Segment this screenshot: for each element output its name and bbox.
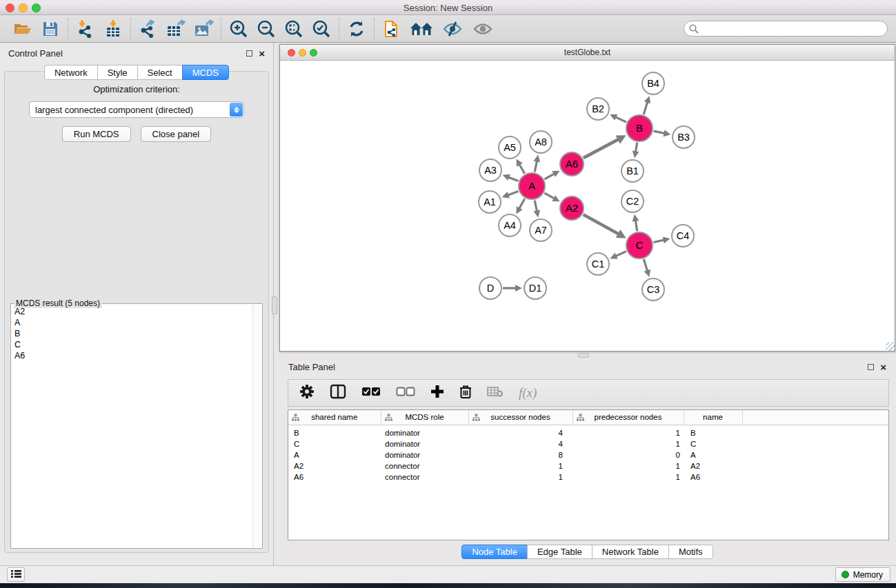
graph-node-B4[interactable]: B4 bbox=[642, 72, 664, 94]
table-row[interactable]: A2connector11A2 bbox=[288, 460, 888, 472]
show-panels-button[interactable] bbox=[7, 567, 25, 582]
table-cell[interactable]: 8 bbox=[468, 449, 573, 460]
graph-node-A5[interactable]: A5 bbox=[499, 136, 521, 159]
save-session-button[interactable] bbox=[40, 19, 61, 39]
search-input[interactable] bbox=[684, 21, 888, 37]
column-header-predecessor-nodes[interactable]: predecessor nodes bbox=[573, 410, 684, 425]
table-cell[interactable]: C bbox=[684, 438, 742, 449]
table-cell[interactable]: connector bbox=[381, 460, 468, 472]
criterion-dropdown[interactable]: largest connected component (directed) bbox=[29, 101, 244, 118]
graph-node-D[interactable]: D bbox=[479, 277, 501, 299]
table-cell[interactable]: C bbox=[288, 438, 381, 449]
tab-motifs[interactable]: Motifs bbox=[668, 545, 713, 559]
table-cell[interactable]: 4 bbox=[468, 438, 573, 449]
graph-node-C[interactable]: C bbox=[626, 232, 653, 258]
table-cell[interactable]: A bbox=[288, 449, 381, 460]
export-network-button[interactable] bbox=[138, 19, 159, 39]
table-settings-button[interactable] bbox=[299, 384, 315, 402]
float-panel-icon[interactable] bbox=[246, 50, 252, 57]
close-table-panel-icon[interactable]: × bbox=[880, 364, 886, 370]
result-list-item[interactable]: C bbox=[13, 339, 252, 350]
table-cell[interactable]: dominator bbox=[381, 438, 468, 449]
close-panel-button[interactable]: Close panel bbox=[141, 126, 212, 142]
graph-node-D1[interactable]: D1 bbox=[524, 277, 546, 299]
table-cell[interactable]: 1 bbox=[468, 472, 573, 483]
new-network-from-selection-button[interactable] bbox=[381, 19, 402, 39]
tab-network[interactable]: Network bbox=[44, 65, 98, 80]
result-list-item[interactable]: B bbox=[13, 328, 252, 339]
table-cell[interactable]: B bbox=[684, 425, 742, 438]
table-cell[interactable]: 4 bbox=[468, 425, 573, 438]
table-cell[interactable]: A6 bbox=[684, 472, 742, 483]
table-cell[interactable]: dominator bbox=[381, 425, 468, 438]
graph-node-B[interactable]: B bbox=[626, 115, 653, 141]
table-cell[interactable]: 0 bbox=[573, 449, 684, 460]
result-list-item[interactable]: A2 bbox=[13, 306, 252, 317]
network-window-titlebar[interactable]: testGlobe.txt bbox=[280, 45, 895, 61]
tab-network-table[interactable]: Network Table bbox=[592, 545, 669, 559]
column-header-shared-name[interactable]: shared name bbox=[288, 410, 381, 425]
hide-selected-button[interactable] bbox=[441, 19, 464, 39]
add-column-button[interactable] bbox=[430, 385, 444, 401]
result-list-item[interactable]: A6 bbox=[13, 350, 252, 361]
table-cell[interactable]: A2 bbox=[288, 460, 381, 472]
graph-node-B1[interactable]: B1 bbox=[621, 160, 644, 182]
window-resize-grip[interactable] bbox=[886, 342, 895, 351]
table-cell[interactable]: connector bbox=[381, 472, 468, 483]
select-all-columns-button[interactable] bbox=[361, 387, 381, 399]
home-button[interactable] bbox=[409, 19, 434, 39]
zoom-fit-button[interactable] bbox=[283, 19, 304, 39]
delete-table-button[interactable] bbox=[487, 386, 504, 400]
graph-node-C2[interactable]: C2 bbox=[621, 190, 644, 212]
table-cell[interactable]: A6 bbox=[288, 472, 381, 483]
import-table-button[interactable] bbox=[103, 19, 123, 39]
zoom-in-button[interactable] bbox=[228, 19, 249, 39]
split-view-button[interactable] bbox=[330, 384, 346, 402]
graph-node-C4[interactable]: C4 bbox=[672, 225, 694, 247]
graph-node-A[interactable]: A bbox=[519, 173, 545, 199]
table-row[interactable]: Adominator80A bbox=[288, 449, 888, 460]
float-table-panel-icon[interactable] bbox=[868, 364, 874, 370]
graph-node-A2[interactable]: A2 bbox=[560, 196, 584, 220]
network-zoom-button[interactable] bbox=[310, 49, 317, 57]
result-list-item[interactable]: A bbox=[13, 317, 252, 328]
graph-node-C3[interactable]: C3 bbox=[642, 278, 664, 301]
export-image-button[interactable] bbox=[193, 19, 214, 39]
column-header-mcds-role[interactable]: MCDS role bbox=[381, 410, 468, 425]
close-panel-icon[interactable]: × bbox=[259, 50, 265, 57]
table-row[interactable]: Bdominator41B bbox=[288, 425, 888, 438]
memory-button[interactable]: Memory bbox=[835, 567, 890, 582]
zoom-selected-button[interactable] bbox=[311, 19, 332, 39]
graph-node-A7[interactable]: A7 bbox=[530, 219, 552, 241]
network-canvas[interactable]: B4B2BB3A8A5A6A3B1AA1C2A2A4A7C4CC1C3DD1 bbox=[280, 61, 895, 351]
vertical-splitter-handle[interactable] bbox=[272, 296, 277, 314]
graph-node-B3[interactable]: B3 bbox=[673, 126, 695, 148]
network-close-button[interactable] bbox=[288, 49, 295, 57]
graph-node-A8[interactable]: A8 bbox=[530, 131, 552, 153]
table-cell[interactable]: A2 bbox=[684, 460, 742, 472]
table-cell[interactable]: 1 bbox=[468, 460, 573, 472]
import-network-button[interactable] bbox=[75, 19, 96, 39]
delete-column-button[interactable] bbox=[459, 385, 472, 402]
deselect-all-columns-button[interactable] bbox=[396, 387, 415, 399]
table-row[interactable]: A6connector11A6 bbox=[288, 472, 888, 483]
table-row[interactable]: Cdominator41C bbox=[288, 438, 888, 449]
tab-mcds[interactable]: MCDS bbox=[182, 65, 229, 80]
table-cell[interactable]: A bbox=[684, 449, 742, 460]
graph-node-A1[interactable]: A1 bbox=[479, 191, 501, 213]
run-mcds-button[interactable]: Run MCDS bbox=[62, 126, 131, 142]
table-cell[interactable]: 1 bbox=[573, 472, 684, 483]
zoom-out-button[interactable] bbox=[256, 19, 277, 39]
column-header-successor-nodes[interactable]: successor nodes bbox=[468, 410, 573, 425]
graph-node-C1[interactable]: C1 bbox=[587, 253, 609, 275]
tab-node-table[interactable]: Node Table bbox=[461, 545, 528, 559]
show-all-button[interactable] bbox=[471, 19, 495, 39]
network-minimize-button[interactable] bbox=[299, 49, 306, 57]
result-scrollbar[interactable] bbox=[252, 305, 261, 547]
tab-edge-table[interactable]: Edge Table bbox=[527, 545, 593, 559]
graph-node-A4[interactable]: A4 bbox=[499, 214, 521, 236]
open-session-button[interactable] bbox=[12, 19, 33, 39]
tab-select[interactable]: Select bbox=[137, 65, 183, 80]
function-builder-button[interactable]: f(x) bbox=[519, 385, 537, 401]
graph-node-A6[interactable]: A6 bbox=[560, 152, 584, 176]
